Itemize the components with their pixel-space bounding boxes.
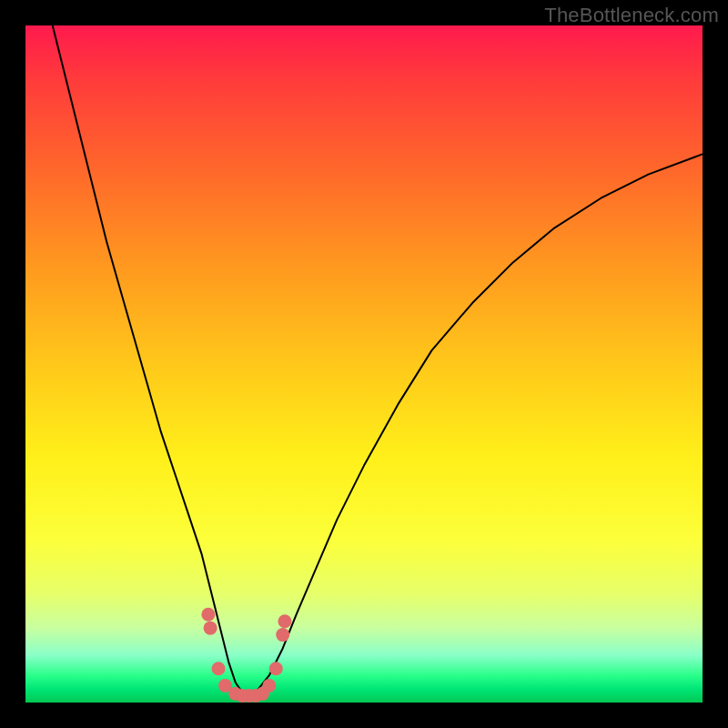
curve-marker	[212, 662, 226, 675]
curve-marker	[278, 614, 291, 628]
curve-marker	[201, 608, 215, 622]
curve-marker	[269, 662, 283, 675]
chart-svg	[25, 25, 703, 703]
chart-plot-area	[25, 25, 703, 703]
curve-marker	[276, 628, 289, 642]
watermark-text: TheBottleneck.com	[544, 4, 719, 27]
bottleneck-curve	[53, 25, 703, 696]
marker-group	[201, 608, 291, 703]
chart-frame: TheBottleneck.com	[0, 0, 728, 728]
curve-marker	[204, 622, 217, 635]
curve-marker	[262, 679, 276, 693]
